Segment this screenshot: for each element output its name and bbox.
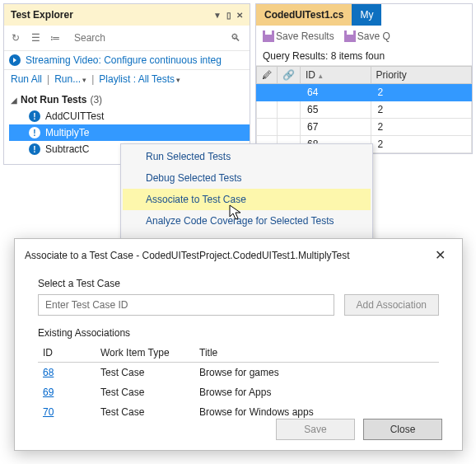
test-label: SubtractC (45, 143, 89, 155)
col-work-item-type[interactable]: Work Item Type (96, 344, 194, 363)
link-col-icon[interactable]: 🔗 (278, 67, 301, 84)
video-link-bar[interactable]: Streaming Video: Configure continuous in… (4, 51, 250, 70)
not-run-icon: ! (29, 143, 40, 155)
test-label: AddCUITTest (45, 110, 104, 122)
group-title: Not Run Tests (21, 94, 86, 105)
menu-analyze-coverage[interactable]: Analyze Code Coverage for Selected Tests (123, 210, 371, 232)
results-toolbar: Save Results Save Q (256, 26, 472, 47)
results-panel: CodedUITest1.cs My Save Results Save Q Q… (255, 3, 473, 154)
test-case-id-input[interactable]: Enter Test Case ID (38, 294, 334, 316)
run-dropdown[interactable]: Run... (54, 73, 86, 85)
grid-header-row: 🖉 🔗 ID Priority (257, 67, 472, 84)
associate-dialog: Associate to a Test Case - CodedUITestPr… (14, 238, 463, 451)
not-run-icon: ! (29, 110, 40, 122)
existing-associations-label: Existing Associations (38, 327, 439, 339)
workitem-link[interactable]: 68 (43, 367, 54, 378)
menu-associate-test-case[interactable]: Associate to Test Case (123, 189, 371, 210)
grid-row[interactable]: 652 (257, 101, 472, 119)
refresh-icon[interactable]: ↻ (9, 31, 22, 45)
query-results-summary: Query Results: 8 items foun (256, 47, 472, 66)
not-run-icon: ! (29, 127, 40, 138)
save-button[interactable]: Save (276, 419, 355, 440)
menu-run-selected[interactable]: Run Selected Tests (123, 146, 371, 167)
col-title[interactable]: Title (194, 344, 439, 363)
run-all-link[interactable]: Run All (11, 73, 42, 85)
test-label: MultiplyTe (45, 127, 89, 138)
pin-icon[interactable]: ▯ (226, 11, 231, 20)
expand-caret-icon: ◢ (11, 96, 17, 105)
group-count: (3) (90, 94, 102, 105)
close-button[interactable]: Close (363, 419, 442, 440)
assoc-row[interactable]: 69Test CaseBrowse for Apps (38, 382, 439, 402)
grid-row[interactable]: 672 (257, 119, 472, 136)
workitem-link[interactable]: 69 (43, 387, 54, 398)
test-item[interactable]: ! AddCUITTest (9, 108, 250, 124)
playlist-icon[interactable]: ≔ (49, 31, 62, 45)
video-link-text: Streaming Video: Configure continuous in… (26, 54, 222, 66)
panel-title: Test Explorer (11, 9, 213, 21)
save-icon (263, 30, 274, 42)
menu-debug-selected[interactable]: Debug Selected Tests (123, 167, 371, 189)
grid-row[interactable]: 642 (257, 84, 472, 101)
tab-other[interactable]: My (352, 4, 381, 26)
dialog-close-button[interactable]: ✕ (427, 247, 452, 263)
search-input[interactable] (72, 31, 231, 45)
save-results-button[interactable]: Save Results (263, 30, 334, 42)
link-col-icon[interactable]: 🖉 (257, 67, 278, 84)
tree-group-header[interactable]: ◢ Not Run Tests (3) (9, 91, 250, 108)
test-explorer-panel: Test Explorer ▼ ▯ ✕ ↻ ☰ ≔ 🔍︎ Streaming V… (3, 3, 250, 165)
tab-codeduitest[interactable]: CodedUITest1.cs (256, 4, 352, 26)
search-icon[interactable]: 🔍︎ (231, 32, 240, 44)
save-query-button[interactable]: Save Q (344, 30, 390, 42)
dropdown-icon[interactable]: ▼ (213, 11, 222, 20)
run-bar: Run All | Run... | Playlist : All Tests (4, 70, 250, 88)
panel-titlebar: Test Explorer ▼ ▯ ✕ (4, 4, 250, 26)
assoc-row[interactable]: 68Test CaseBrowse for games (38, 363, 439, 383)
test-item-selected[interactable]: ! MultiplyTe (9, 124, 250, 141)
select-test-case-label: Select a Test Case (38, 278, 439, 289)
results-grid: 🖉 🔗 ID Priority 642 652 672 682 (256, 66, 472, 153)
dialog-title: Associate to a Test Case - CodedUITestPr… (25, 250, 427, 261)
play-icon (9, 54, 21, 66)
workitem-link[interactable]: 70 (43, 406, 54, 418)
playlist-dropdown[interactable]: Playlist : All Tests (99, 73, 180, 85)
col-priority[interactable]: Priority (371, 67, 472, 84)
add-association-button[interactable]: Add Association (344, 294, 439, 316)
col-id[interactable]: ID (301, 67, 371, 84)
search-box[interactable]: 🔍︎ (68, 29, 245, 47)
save-icon (344, 30, 356, 42)
associations-table: ID Work Item Type Title 68Test CaseBrows… (38, 344, 439, 422)
dialog-footer: Save Close (276, 419, 442, 440)
dialog-titlebar: Associate to a Test Case - CodedUITestPr… (15, 239, 462, 271)
assoc-header-row: ID Work Item Type Title (38, 344, 439, 363)
col-id[interactable]: ID (38, 344, 96, 363)
tab-strip: CodedUITest1.cs My (256, 4, 472, 26)
close-icon[interactable]: ✕ (236, 11, 243, 20)
group-icon[interactable]: ☰ (29, 31, 42, 45)
toolbar: ↻ ☰ ≔ 🔍︎ (4, 26, 250, 51)
